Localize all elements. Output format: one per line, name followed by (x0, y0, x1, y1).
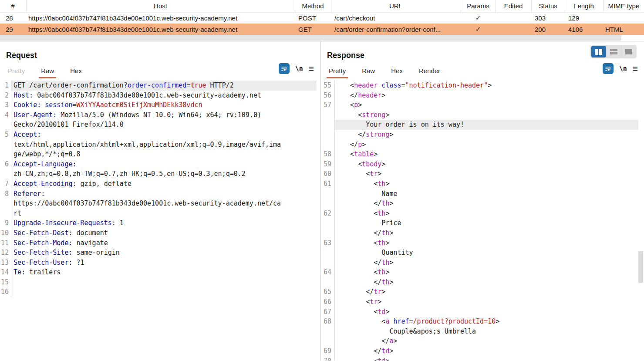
code-text: </th> (335, 277, 638, 287)
column-header-host[interactable]: Host (26, 0, 295, 12)
code-line: 61 <th> (321, 179, 644, 189)
line-number: 7 (0, 179, 11, 189)
column-header-method[interactable]: Method (295, 0, 331, 12)
newline-toggle-button[interactable]: \n (619, 65, 627, 73)
tab-render[interactable]: Render (419, 66, 440, 79)
history-cell: 303 (531, 12, 565, 24)
code-line: Quantity (321, 248, 644, 258)
tab-raw[interactable]: Raw (41, 66, 54, 79)
tab-hex[interactable]: Hex (70, 66, 82, 79)
column-header-edited[interactable]: Edited (496, 0, 531, 12)
response-scrollbar-thumb[interactable] (638, 251, 643, 283)
line-number (0, 140, 11, 150)
code-text: <a href=/product?productId=10> (335, 317, 638, 327)
line-number: 65 (321, 287, 335, 297)
code-line: </th> (321, 228, 644, 238)
line-number: 68 (321, 317, 335, 327)
response-editor[interactable]: 55 <header class="notification-header">5… (321, 81, 644, 361)
request-panel: Request PrettyRawHex \n ≡ 1GET /cart/ord… (0, 41, 321, 361)
code-text (11, 277, 317, 287)
tab-pretty[interactable]: Pretty (329, 66, 346, 79)
line-number: 55 (321, 81, 335, 91)
code-text: </a> (335, 336, 638, 346)
history-cell: /cart/checkout (331, 12, 461, 24)
code-text: Couple&apos;s Umbrella (335, 327, 638, 337)
layout-single-button[interactable] (621, 46, 636, 57)
layout-columns-button[interactable] (591, 46, 606, 57)
newline-toggle-button[interactable]: \n (295, 65, 303, 73)
tab-pretty[interactable]: Pretty (8, 66, 25, 79)
history-cell (496, 24, 531, 35)
line-number: 9 (0, 218, 11, 228)
word-wrap-icon (281, 65, 287, 72)
code-line: 9Upgrade-Insecure-Requests: 1 (0, 218, 320, 228)
code-text: </tr> (335, 287, 638, 297)
line-number (321, 248, 335, 258)
line-number (0, 199, 11, 209)
column-header-params[interactable]: Params (461, 0, 496, 12)
line-number: 10 (0, 228, 11, 238)
history-cell: HTML (603, 24, 644, 35)
word-wrap-icon (605, 65, 611, 72)
menu-icon[interactable]: ≡ (309, 64, 314, 73)
editor-panels: Request PrettyRawHex \n ≡ 1GET /cart/ord… (0, 41, 644, 361)
code-line: </th> (321, 258, 644, 268)
column-header-url[interactable]: URL (331, 0, 461, 12)
code-text: </header> (335, 91, 638, 101)
code-text: Accept: (11, 130, 317, 140)
history-row[interactable]: 28https://0abc004f037b747f81b343de00e100… (0, 12, 644, 24)
code-line: ge/webp,*/*;q=0.8 (0, 149, 320, 159)
code-text: <strong> (335, 110, 638, 120)
request-editor[interactable]: 1GET /cart/order-confirmation?order-conf… (0, 81, 320, 361)
line-number: 63 (321, 238, 335, 248)
code-text: zh-CN,zh;q=0.8,zh-TW;q=0.7,zh-HK;q=0.5,e… (11, 169, 317, 179)
column-header-mime-type[interactable]: MIME type (603, 0, 644, 12)
code-text (11, 287, 317, 297)
column-header-status[interactable]: Status (531, 0, 565, 12)
line-number (0, 209, 11, 219)
line-number: 3 (0, 100, 11, 110)
history-scrollbar-thumb[interactable] (0, 35, 621, 41)
word-wrap-button[interactable] (279, 63, 290, 74)
request-tabs: PrettyRawHex (8, 66, 82, 79)
code-text: Sec-Fetch-User: ?1 (11, 258, 317, 268)
code-text: <tr> (335, 169, 638, 179)
code-line: 3Cookie: session=WXiYYAaotcm0SiEijXmuMhD… (0, 100, 320, 110)
history-cell (496, 12, 531, 24)
line-number (321, 140, 335, 150)
column-header--[interactable]: # (0, 0, 26, 12)
history-cell: POST (295, 12, 331, 24)
column-header-length[interactable]: Length (565, 0, 603, 12)
line-number: 61 (321, 179, 335, 189)
code-line: 64 <th> (321, 267, 644, 277)
line-number: 66 (321, 297, 335, 307)
code-text: <th> (335, 238, 638, 248)
line-number: 16 (0, 287, 11, 297)
code-line: 56 </header> (321, 91, 644, 101)
layout-rows-button[interactable] (606, 46, 621, 57)
line-number: 6 (0, 159, 11, 169)
line-number: 60 (321, 169, 335, 179)
code-line: 59 <tbody> (321, 159, 644, 169)
code-text: <p> (335, 100, 638, 110)
code-text: <th> (335, 179, 638, 189)
line-number: 12 (0, 248, 11, 258)
menu-icon[interactable]: ≡ (633, 64, 638, 73)
line-number: 62 (321, 209, 335, 219)
code-line: 67 <td> (321, 307, 644, 317)
tab-hex[interactable]: Hex (391, 66, 403, 79)
line-number (321, 336, 335, 346)
history-row[interactable]: 29https://0abc004f037b747f81b343de00e100… (0, 24, 644, 35)
code-line: 63 <th> (321, 238, 644, 248)
line-number (0, 120, 11, 130)
tab-raw[interactable]: Raw (362, 66, 375, 79)
word-wrap-button[interactable] (603, 63, 614, 74)
line-number: 57 (321, 100, 335, 110)
history-horizontal-scrollbar[interactable] (0, 35, 644, 41)
code-line: 1GET /cart/order-confirmation?order-conf… (0, 81, 320, 91)
response-tabs: PrettyRawHexRender (329, 66, 440, 79)
response-toolbar: \n ≡ (603, 63, 638, 74)
line-number: 11 (0, 238, 11, 248)
line-number: 56 (321, 91, 335, 101)
code-text: text/html,application/xhtml+xml,applicat… (11, 140, 317, 150)
